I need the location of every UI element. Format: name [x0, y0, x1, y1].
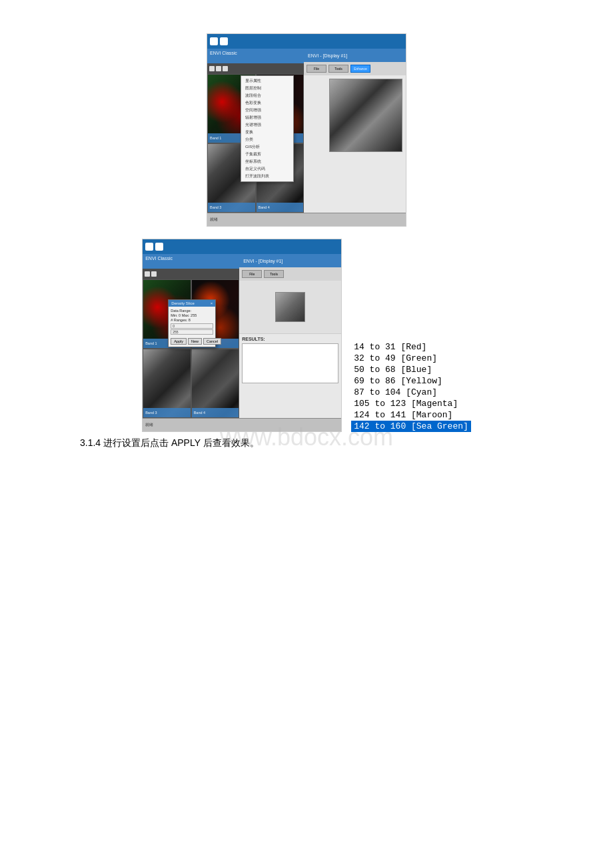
- ss2-dialog-new-btn[interactable]: New: [188, 338, 202, 345]
- ss1-right-menu-file[interactable]: File: [306, 65, 326, 73]
- ss2-body: ENVI Classic Band 1: [143, 254, 341, 418]
- screenshot1: ENVI Classic Band 1: [207, 33, 406, 227]
- screenshot2: ENVI Classic Band 1: [142, 239, 342, 432]
- ss1-menu-item-display[interactable]: 显示属性: [241, 77, 293, 85]
- ss1-menu-item-gis[interactable]: GIS分析: [241, 143, 293, 151]
- ss2-image-label-3: Band 3: [143, 408, 191, 417]
- ss1-taskbar: [207, 34, 406, 49]
- ss2-results-area: RESULTS:: [239, 334, 341, 418]
- ss1-right-menu-tools[interactable]: Tools: [328, 65, 348, 73]
- ss2-taskbar-icon1: [145, 243, 153, 251]
- ss1-menu-item-transform[interactable]: 变换: [241, 129, 293, 136]
- color-item-green: 32 to 49 [Green]: [351, 353, 471, 364]
- ss2-right-image-area: [239, 281, 341, 334]
- ss2-dialog-input-max[interactable]: 255: [171, 329, 213, 335]
- ss2-dialog-apply-btn[interactable]: Apply: [171, 338, 187, 345]
- color-item-seagreen[interactable]: 142 to 160 [Sea Green]: [351, 421, 471, 432]
- ss2-dialog-title-bar: Density Slice ×: [169, 300, 215, 307]
- ss1-tool-icon: [209, 66, 215, 71]
- ss2-dialog-row1: Data Range:: [171, 309, 213, 313]
- color-list: 14 to 31 [Red] 32 to 49 [Green] 50 to 68…: [351, 341, 471, 432]
- ss2-status-text: 就绪: [145, 422, 153, 428]
- ss2-dialog-row2: Min: 0 Max: 255: [171, 313, 213, 317]
- caption-text: 3.1.4 进行设置后点击 APPLY 后查看效果。: [80, 437, 533, 449]
- screenshot2-wrapper: ENVI Classic Band 1: [142, 239, 342, 432]
- ss2-taskbar: [143, 239, 341, 254]
- ss1-tool-icon3: [223, 66, 228, 71]
- color-item-magenta: 105 to 123 [Magenta]: [351, 398, 471, 409]
- ss1-menu-item-subset[interactable]: 子集裁剪: [241, 151, 293, 158]
- ss2-right-thumbnail: [275, 292, 305, 322]
- ss2-dialog-row3: # Ranges: 8: [171, 318, 213, 322]
- ss1-left-top-bar: ENVI Classic: [207, 49, 304, 63]
- ss2-statusbar: 就绪: [143, 418, 341, 431]
- ss2-image-cell-3: Band 3: [143, 349, 191, 418]
- ss2-right-panel: ENVI - [Display #1] File Tools RESULTS:: [239, 254, 341, 418]
- ss2-taskbar-icon2: [155, 243, 163, 251]
- ss1-context-menu[interactable]: 显示属性 图层控制 波段组合 色彩变换 空间增强 辐射增强 光谱增强 变换 分类…: [241, 75, 294, 182]
- ss1-menu-item-coord[interactable]: 坐标系统: [241, 158, 293, 165]
- color-item-red: 14 to 31 [Red]: [351, 341, 471, 353]
- ss2-image-area: Band 1 Band 2 Band 3 Band 4: [143, 279, 239, 418]
- ss1-statusbar: 就绪: [207, 213, 406, 226]
- ss1-menu-item-band[interactable]: 波段组合: [241, 92, 293, 99]
- caption-container: 3.1.4 进行设置后点击 APPLY 后查看效果。: [40, 437, 573, 449]
- ss1-right-main-image: [329, 79, 402, 152]
- ss2-density-slice-dialog[interactable]: Density Slice × Data Range: Min: 0 Max: …: [168, 299, 216, 347]
- ss1-menu-item-layer[interactable]: 图层控制: [241, 85, 293, 92]
- ss1-menu-item-spatial[interactable]: 空间增强: [241, 107, 293, 114]
- ss2-dialog-buttons: Apply New Cancel: [171, 337, 213, 345]
- ss2-dialog-close-btn[interactable]: ×: [211, 301, 213, 305]
- ss1-tool-icon2: [216, 66, 221, 71]
- ss1-right-menu-enhance[interactable]: Enhance: [350, 65, 370, 73]
- ss2-image-label-4: Band 4: [192, 408, 239, 417]
- ss1-right-content: [304, 75, 406, 213]
- page-container: www.bdocx.com ENVI Classic: [0, 0, 613, 868]
- ss1-menu-item-spec[interactable]: 光谱增强: [241, 121, 293, 129]
- ss2-left-panel: ENVI Classic Band 1: [143, 254, 239, 418]
- ss2-left-top-bar: ENVI Classic: [143, 254, 239, 269]
- ss2-dialog-cancel-btn[interactable]: Cancel: [203, 338, 221, 345]
- ss2-results-content: [242, 343, 338, 383]
- ss2-image-cell-4: Band 4: [191, 349, 240, 418]
- ss2-dialog-input-min[interactable]: 0: [171, 323, 213, 329]
- ss1-right-panel: ENVI - [Display #1] File Tools Enhance: [304, 49, 406, 213]
- ss1-taskbar-icon1: [210, 37, 218, 45]
- color-item-blue: 50 to 68 [Blue]: [351, 364, 471, 375]
- ss1-menu-item-band-list[interactable]: 打开波段列表: [241, 173, 293, 180]
- ss1-status-text: 就绪: [210, 217, 218, 223]
- ss1-right-toolbar: ENVI - [Display #1] File Tools Enhance: [304, 49, 406, 75]
- screenshot1-section: ENVI Classic Band 1: [40, 33, 573, 227]
- ss2-right-menu-tools[interactable]: Tools: [264, 270, 284, 278]
- color-item-maroon: 124 to 141 [Maroon]: [351, 409, 471, 421]
- ss2-right-toolbar: ENVI - [Display #1] File Tools: [239, 254, 341, 281]
- ss1-image-label-3: Band 3: [208, 203, 255, 212]
- ss2-right-menu-file[interactable]: File: [242, 270, 262, 278]
- ss1-menu-item-class[interactable]: 分类: [241, 136, 293, 143]
- ss1-body: ENVI Classic Band 1: [207, 49, 406, 213]
- ss2-dialog-title-text: Density Slice: [171, 301, 195, 305]
- ss2-dialog-row4: 0 255: [171, 323, 213, 335]
- color-list-panel: 14 to 31 [Red] 32 to 49 [Green] 50 to 68…: [342, 341, 471, 432]
- ss1-image-label-4: Band 4: [257, 203, 304, 212]
- screenshot1-wrapper: ENVI Classic Band 1: [207, 33, 406, 227]
- ss1-menu-item-rad[interactable]: 辐射增强: [241, 114, 293, 121]
- ss2-results-label: RESULTS:: [242, 337, 338, 341]
- ss1-menu-item-custom[interactable]: 自定义代码: [241, 165, 293, 173]
- color-item-yellow: 69 to 86 [Yellow]: [351, 375, 471, 387]
- ss2-tool-icon1: [145, 271, 150, 277]
- ss1-taskbar-icon2: [220, 37, 228, 45]
- color-item-cyan: 87 to 104 [Cyan]: [351, 387, 471, 398]
- ss1-menu-item-color[interactable]: 色彩变换: [241, 99, 293, 107]
- ss2-tool-icon2: [151, 271, 157, 277]
- ss1-left-panel: ENVI Classic Band 1: [207, 49, 304, 213]
